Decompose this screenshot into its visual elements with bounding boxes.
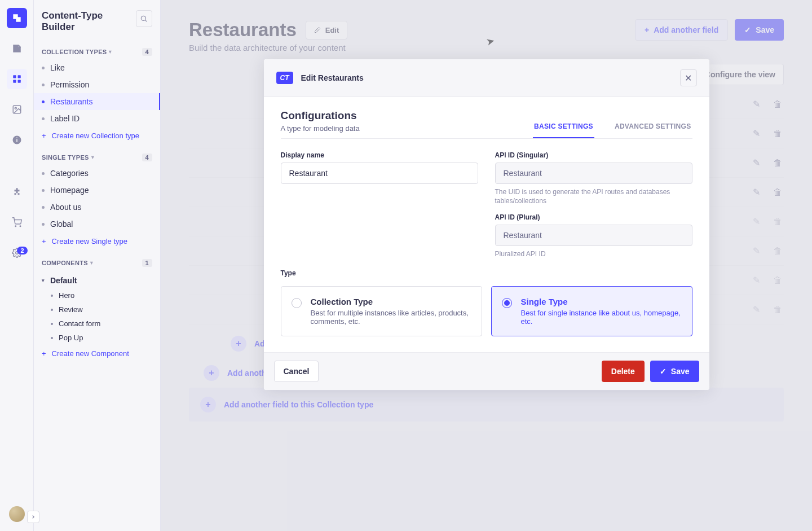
sidebar-item-permission[interactable]: Permission xyxy=(34,76,160,93)
svg-rect-8 xyxy=(16,138,17,139)
main-content: Restaurants Edit +Add another field ✓Sav… xyxy=(161,0,812,531)
ct-badge: CT xyxy=(276,72,293,84)
collapse-nav-icon[interactable] xyxy=(27,511,39,523)
sidebar-item-about-us[interactable]: About us xyxy=(34,199,160,216)
close-icon[interactable]: ✕ xyxy=(680,69,697,86)
sidebar-title: Content-Type Builder xyxy=(42,10,136,32)
component-group-default[interactable]: ▾Default xyxy=(34,270,160,288)
content-type-builder-icon[interactable] xyxy=(7,69,27,89)
modal-overlay: CT Edit Restaurants ✕ Configurations A t… xyxy=(161,0,812,531)
radio-unchecked-icon xyxy=(292,298,302,308)
svg-rect-1 xyxy=(17,75,20,78)
api-plural-label: API ID (Plural) xyxy=(495,213,692,221)
components-header[interactable]: Components▸ 1 xyxy=(34,250,160,270)
type-label: Type xyxy=(281,269,692,277)
search-icon[interactable] xyxy=(136,10,152,27)
svg-rect-0 xyxy=(13,75,16,78)
svg-point-9 xyxy=(15,226,16,227)
sidebar-item-categories[interactable]: Categories xyxy=(34,165,160,182)
svg-rect-7 xyxy=(16,139,17,142)
cancel-button[interactable]: Cancel xyxy=(274,361,319,382)
display-name-input[interactable] xyxy=(281,163,478,184)
plus-icon: + xyxy=(42,131,46,140)
tab-basic-settings[interactable]: Basic Settings xyxy=(533,122,594,138)
api-plural-help: Pluralized API ID xyxy=(495,246,692,258)
media-library-icon[interactable] xyxy=(7,99,27,120)
user-avatar[interactable] xyxy=(9,506,25,522)
component-pop-up[interactable]: Pop Up xyxy=(34,331,160,345)
api-plural-input[interactable] xyxy=(495,225,692,246)
create-single-type[interactable]: +Create new Single type xyxy=(34,232,160,250)
sidebar-item-homepage[interactable]: Homepage xyxy=(34,182,160,199)
marketplace-icon[interactable] xyxy=(7,212,27,232)
edit-modal: CT Edit Restaurants ✕ Configurations A t… xyxy=(264,59,709,390)
settings-icon[interactable]: 2 xyxy=(7,243,27,263)
create-component[interactable]: +Create new Component xyxy=(34,345,160,362)
collection-types-header[interactable]: Collection Types▸ 4 xyxy=(34,39,160,59)
api-singular-input[interactable] xyxy=(495,163,692,184)
component-contact-form[interactable]: Contact form xyxy=(34,317,160,331)
content-icon[interactable] xyxy=(7,38,27,59)
single-types-header[interactable]: Single Types▸ 4 xyxy=(34,144,160,165)
sidebar: Content-Type Builder Collection Types▸ 4… xyxy=(34,0,161,531)
sidebar-item-label-id[interactable]: Label ID xyxy=(34,110,160,127)
plus-icon: + xyxy=(42,237,46,245)
api-singular-label: API ID (Singular) xyxy=(495,151,692,159)
info-icon[interactable] xyxy=(7,130,27,150)
svg-point-10 xyxy=(20,226,21,227)
settings-badge: 2 xyxy=(17,247,27,254)
component-review[interactable]: Review xyxy=(34,302,160,317)
component-hero[interactable]: Hero xyxy=(34,288,160,302)
plugins-icon[interactable] xyxy=(7,182,27,202)
plus-icon: + xyxy=(42,349,46,358)
primary-nav: 2 xyxy=(0,0,34,531)
type-single[interactable]: Single Type Best for single instance lik… xyxy=(491,286,692,336)
sidebar-item-like[interactable]: Like xyxy=(34,59,160,76)
tab-advanced-settings[interactable]: Advanced Settings xyxy=(614,122,692,138)
api-singular-help: The UID is used to generate the API rout… xyxy=(495,184,692,205)
delete-button[interactable]: Delete xyxy=(602,361,645,382)
modal-save-button[interactable]: ✓Save xyxy=(650,361,699,382)
sidebar-item-restaurants[interactable]: Restaurants xyxy=(34,93,160,110)
svg-point-5 xyxy=(15,107,16,109)
create-collection-type[interactable]: +Create new Collection type xyxy=(34,127,160,144)
svg-rect-3 xyxy=(17,80,20,83)
check-icon: ✓ xyxy=(660,367,667,376)
type-collection[interactable]: Collection Type Best for multiple instan… xyxy=(281,286,482,336)
radio-checked-icon xyxy=(502,298,512,308)
svg-rect-2 xyxy=(13,80,16,83)
sidebar-item-global[interactable]: Global xyxy=(34,216,160,232)
app-logo[interactable] xyxy=(7,8,27,28)
svg-point-12 xyxy=(142,16,146,20)
config-title: Configurations xyxy=(281,109,360,122)
display-name-label: Display name xyxy=(281,151,478,159)
modal-title: Edit Restaurants xyxy=(301,73,364,82)
config-subtitle: A type for modeling data xyxy=(281,122,360,138)
